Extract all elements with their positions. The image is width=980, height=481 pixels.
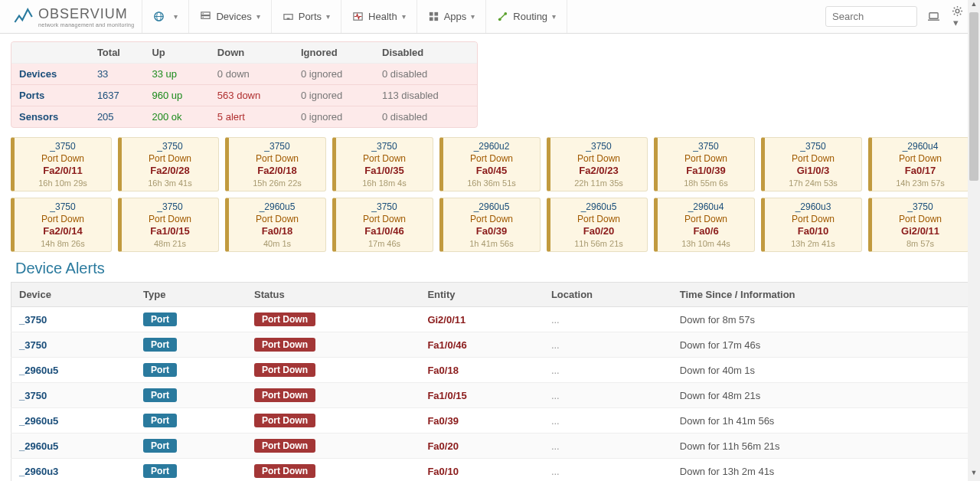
card-entity: Gi2/0/11 (872, 225, 969, 237)
card-time: 14h 8m 26s (15, 239, 111, 248)
card-entity: Fa1/0/46 (336, 225, 433, 237)
card-status: Port Down (765, 153, 861, 164)
svg-rect-12 (430, 17, 433, 21)
nav-apps[interactable]: Apps▾ (417, 0, 487, 33)
card-host: _3750 (122, 201, 218, 212)
type-badge: Port (143, 363, 177, 377)
alert-card[interactable]: _3750Port DownFa1/0/3516h 18m 4s (332, 137, 433, 191)
alert-card[interactable]: _2960u2Port DownFa0/4516h 36m 51s (439, 137, 541, 191)
entity-link[interactable]: Fa1/0/46 (427, 339, 466, 351)
summary-label[interactable]: Devices (11, 64, 90, 85)
card-entity: Fa0/39 (443, 225, 540, 237)
info-cell: Down for 8m 57s (672, 307, 969, 332)
card-host: _2960u3 (765, 201, 861, 212)
status-badge: Port Down (254, 464, 315, 478)
nav-health[interactable]: Health▾ (341, 0, 417, 33)
summary-panel: TotalUpDownIgnoredDisabled Devices3333 u… (11, 41, 478, 128)
brand-tagline: network management and monitoring (38, 22, 134, 28)
card-entity: Fa2/0/14 (15, 225, 111, 237)
entity-link[interactable]: Fa0/20 (427, 440, 458, 452)
card-status: Port Down (122, 214, 218, 224)
card-entity: Fa0/18 (229, 225, 325, 237)
nav-routing[interactable]: Routing▾ (486, 0, 567, 33)
scrollbar[interactable]: ▲ ▼ (968, 0, 980, 481)
summary-row: Devices3333 up0 down0 ignored0 disabled (11, 64, 477, 85)
device-link[interactable]: _2960u5 (19, 440, 58, 452)
entity-link[interactable]: Fa0/18 (427, 365, 458, 376)
location-cell: ... (544, 459, 672, 482)
card-entity: Fa0/20 (550, 225, 647, 237)
alert-card[interactable]: _3750Port DownFa1/0/1548m 21s (118, 198, 219, 252)
device-link[interactable]: _3750 (19, 314, 47, 326)
brand-logo[interactable]: OBSERVIUM network management and monitor… (6, 0, 142, 33)
nav-globe[interactable]: ▾ (142, 0, 189, 33)
status-badge: Port Down (254, 363, 315, 377)
alert-card[interactable]: _3750Port DownFa1/0/4617m 46s (332, 198, 433, 252)
server-icon (200, 11, 211, 22)
info-cell: Down for 48m 21s (672, 383, 969, 408)
status-badge: Port Down (254, 439, 315, 453)
card-time: 1h 41m 56s (443, 239, 540, 248)
svg-rect-11 (434, 12, 438, 16)
status-badge: Port Down (254, 414, 315, 427)
entity-link[interactable]: Gi2/0/11 (427, 314, 466, 326)
alert-card[interactable]: _3750Port DownFa2/0/2322h 11m 35s (547, 137, 648, 191)
device-link[interactable]: _3750 (19, 339, 47, 351)
alert-card[interactable]: _3750Port DownFa1/0/3918h 55m 6s (654, 137, 755, 191)
location-cell: ... (544, 332, 672, 358)
entity-link[interactable]: Fa1/0/15 (427, 390, 466, 401)
card-time: 15h 26m 22s (229, 178, 325, 188)
alert-card[interactable]: _3750Port DownFa2/0/1815h 26m 22s (225, 137, 326, 191)
svg-point-18 (956, 9, 959, 13)
device-link[interactable]: _2960u5 (19, 415, 58, 427)
search-input[interactable] (825, 6, 917, 27)
device-link[interactable]: _2960u3 (19, 466, 58, 477)
nav-devices[interactable]: Devices▾ (189, 0, 271, 33)
device-link[interactable]: _3750 (19, 390, 47, 401)
alert-card[interactable]: _2960u5Port DownFa0/2011h 56m 21s (547, 198, 648, 252)
svg-rect-8 (286, 18, 289, 19)
card-status: Port Down (229, 153, 325, 164)
location-cell: ... (544, 383, 672, 408)
laptop-icon[interactable] (928, 11, 939, 22)
card-entity: Fa2/0/23 (550, 165, 647, 176)
summary-label[interactable]: Ports (11, 85, 90, 106)
card-host: _3750 (765, 141, 861, 152)
alert-card[interactable]: _2960u3Port DownFa0/1013h 2m 41s (761, 198, 862, 252)
gear-icon[interactable]: ▾ (952, 5, 963, 28)
card-time: 48m 21s (122, 239, 218, 248)
card-status: Port Down (229, 214, 325, 224)
card-host: _3750 (122, 141, 218, 152)
card-time: 16h 18m 4s (336, 178, 433, 188)
card-time: 13h 10m 44s (658, 239, 754, 248)
card-host: _3750 (658, 141, 754, 152)
alert-card[interactable]: _3750Port DownFa2/0/2816h 3m 41s (118, 137, 219, 191)
svg-point-6 (203, 17, 204, 18)
alert-card[interactable]: _2960u4Port DownFa0/1714h 23m 57s (868, 137, 969, 191)
card-host: _3750 (550, 141, 647, 152)
card-status: Port Down (443, 153, 540, 164)
entity-link[interactable]: Fa0/39 (427, 415, 458, 427)
alert-card[interactable]: _3750Port DownGi1/0/317h 24m 53s (761, 137, 862, 191)
device-link[interactable]: _2960u5 (19, 365, 58, 376)
card-time: 18h 55m 6s (658, 178, 754, 188)
alert-card[interactable]: _3750Port DownFa2/0/1414h 8m 26s (11, 198, 112, 252)
card-host: _3750 (229, 141, 325, 152)
alert-card[interactable]: _3750Port DownGi2/0/118m 57s (868, 198, 969, 252)
alert-card[interactable]: _2960u4Port DownFa0/613h 10m 44s (654, 198, 755, 252)
alert-card[interactable]: _2960u5Port DownFa0/1840m 1s (225, 198, 326, 252)
chevron-down-icon: ▾ (256, 12, 260, 21)
card-host: _3750 (15, 201, 111, 212)
card-host: _3750 (336, 141, 433, 152)
location-cell: ... (544, 434, 672, 459)
svg-point-5 (203, 13, 204, 15)
card-status: Port Down (658, 214, 754, 224)
alert-card[interactable]: _3750Port DownFa2/0/1116h 10m 29s (11, 137, 112, 191)
summary-label[interactable]: Sensors (11, 106, 90, 128)
alert-card[interactable]: _2960u5Port DownFa0/391h 41m 56s (439, 198, 541, 252)
entity-link[interactable]: Fa0/10 (427, 466, 458, 477)
nav-ports[interactable]: Ports▾ (272, 0, 341, 33)
info-cell: Down for 40m 1s (672, 358, 969, 383)
card-entity: Fa1/0/39 (658, 165, 754, 176)
card-status: Port Down (765, 214, 861, 224)
